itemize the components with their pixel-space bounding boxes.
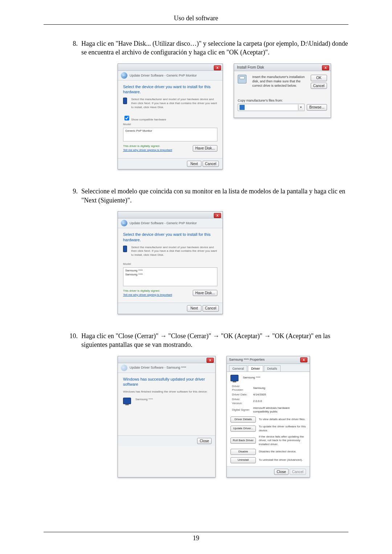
device-name: Samsung **** — [135, 398, 153, 402]
update-driver-wizard-9: X ← Update Driver Software - Generic PnP… — [118, 211, 223, 314]
copy-from-combo[interactable]: ▾ — [238, 104, 305, 111]
page-number: 19 — [44, 532, 348, 542]
drive-icon — [240, 105, 245, 110]
step-8-number: 8. — [65, 39, 81, 48]
install-from-disk-dialog: Install From Disk X Insert the manufactu… — [234, 63, 331, 118]
driver-info-table: Driver Provider:Samsung Driver Date:4/14… — [230, 384, 306, 415]
step-8-text: Haga clic en "Have Disk... (Utilizar dis… — [81, 40, 348, 56]
wizard-heading: Select the device driver you want to ins… — [123, 84, 217, 95]
dialog-title: Install From Disk — [237, 65, 264, 69]
device-name: Samsung **** — [243, 376, 260, 380]
update-driver-button[interactable]: Update Driver... — [230, 426, 256, 432]
step-10-number: 10. — [65, 332, 81, 340]
close-button[interactable]: Close — [274, 469, 289, 475]
model-list[interactable]: Generic PnP Monitor — [123, 128, 217, 141]
signed-link[interactable]: Tell me why driver signing is important — [123, 148, 172, 152]
driver-properties-dialog: Samsung **** Properties X General Driver… — [226, 356, 310, 478]
action-desc: If the device fails after updating the d… — [259, 435, 306, 447]
back-icon: ← — [121, 365, 127, 371]
wizard-heading: Select the device driver you want to ins… — [123, 232, 217, 243]
monitor-icon — [230, 375, 238, 381]
wizard-explain: Select the manufacturer and model of you… — [131, 98, 218, 109]
finish-text: Windows has finished installing the driv… — [123, 390, 210, 394]
monitor-icon — [123, 246, 127, 252]
chevron-down-icon[interactable]: ▾ — [298, 104, 303, 110]
browse-button[interactable]: Browse... — [307, 104, 327, 111]
show-compatible-checkbox[interactable] — [124, 116, 129, 120]
update-driver-wizard-8: X ← Update Driver Software - Generic PnP… — [118, 63, 223, 170]
close-icon[interactable]: X — [214, 65, 221, 70]
wizard-heading: Windows has successfully updated your dr… — [123, 377, 210, 387]
disable-button[interactable]: Disable — [230, 449, 256, 455]
wizard-title: Update Driver Software - Generic PnP Mon… — [130, 221, 197, 225]
list-item[interactable]: Samsung **** — [125, 269, 215, 273]
signed-text: This driver is digitally signed. — [123, 289, 160, 292]
step-10-text: Haga clic en "Close (Cerrar)" → "Close (… — [81, 332, 330, 348]
tab-general[interactable]: General — [229, 365, 247, 372]
cancel-button: Cancel — [290, 469, 306, 475]
show-compatible-label: Show compatible hardware — [131, 118, 166, 121]
update-driver-wizard-success: X ← Update Driver Software - Samsung ***… — [118, 356, 216, 478]
monitor-icon — [123, 398, 131, 404]
step-9-text: Seleccione el modelo que coincida con su… — [81, 188, 345, 204]
monitor-icon — [123, 98, 127, 104]
insert-text: Insert the manufacturer's installation d… — [252, 75, 308, 88]
list-item[interactable]: Samsung **** — [125, 273, 215, 277]
next-button[interactable]: Next — [187, 161, 201, 167]
close-icon[interactable]: X — [214, 213, 221, 218]
wizard-title: Update Driver Software - Samsung **** — [130, 365, 186, 370]
page-header: Uso del software — [44, 15, 348, 25]
model-label: Model — [123, 123, 217, 127]
close-icon[interactable]: X — [322, 65, 329, 70]
close-button[interactable]: Close — [197, 438, 212, 444]
tab-driver[interactable]: Driver — [248, 365, 263, 372]
wizard-title: Update Driver Software - Generic PnP Mon… — [130, 73, 197, 78]
back-icon[interactable]: ← — [121, 72, 127, 79]
wizard-explain: Select the manufacturer and model of you… — [131, 246, 218, 257]
cancel-button[interactable]: Cancel — [311, 83, 327, 89]
action-desc: To view details about the driver files. — [259, 418, 306, 422]
cancel-button[interactable]: Cancel — [203, 305, 219, 312]
roll-back-driver-button[interactable]: Roll Back Driver — [230, 438, 256, 444]
close-icon[interactable]: X — [207, 358, 214, 363]
action-desc: To uninstall the driver (Advanced). — [259, 458, 306, 462]
model-label: Model — [123, 262, 217, 266]
close-icon[interactable]: X — [300, 357, 307, 362]
ok-button[interactable]: OK — [311, 75, 327, 81]
signed-link[interactable]: Tell me why driver signing is important — [123, 293, 172, 296]
tab-details[interactable]: Details — [264, 365, 281, 372]
next-button[interactable]: Next — [187, 305, 201, 312]
action-desc: Disables the selected device. — [259, 450, 306, 454]
disk-icon — [238, 75, 246, 83]
back-icon[interactable]: ← — [121, 220, 127, 226]
copy-from-label: Copy manufacturer's files from: — [238, 98, 327, 103]
signed-text: This driver is digitally signed. — [123, 144, 160, 148]
have-disk-button[interactable]: Have Disk... — [193, 145, 217, 152]
uninstall-button[interactable]: Uninstall — [230, 457, 256, 463]
model-list[interactable]: Samsung **** Samsung **** — [123, 267, 217, 286]
step-9-number: 9. — [65, 187, 81, 196]
have-disk-button[interactable]: Have Disk... — [193, 290, 217, 296]
dialog-title: Samsung **** Properties — [229, 357, 265, 362]
cancel-button[interactable]: Cancel — [203, 161, 219, 167]
action-desc: To update the driver software for this d… — [259, 425, 306, 433]
driver-details-button[interactable]: Driver Details — [230, 416, 256, 423]
list-item[interactable]: Generic PnP Monitor — [125, 129, 215, 133]
